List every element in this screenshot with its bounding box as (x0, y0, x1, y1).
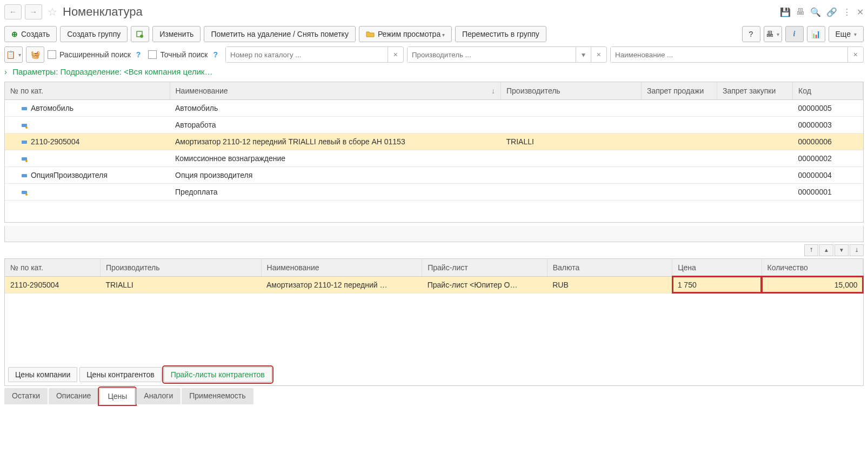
page-title: Номенклатура (63, 5, 777, 19)
price-cell: 1 750 (672, 276, 762, 293)
table-row[interactable]: АвтомобильАвтомобиль00000005 (5, 100, 863, 117)
col-no-purchase[interactable]: Запрет закупки (717, 82, 793, 100)
edit-button[interactable]: Изменить (152, 26, 201, 42)
mark-delete-button[interactable]: Пометить на удаление / Снять пометку (204, 26, 356, 42)
split-expand-down-button[interactable]: ⤓ (850, 244, 864, 256)
create-group-button[interactable]: Создать группу (60, 26, 128, 42)
col-manufacturer[interactable]: Производитель (501, 82, 642, 100)
basket-button[interactable]: 🧺 (26, 46, 44, 63)
svg-rect-8 (22, 174, 27, 177)
dcol-name[interactable]: Наименование (261, 259, 422, 277)
table-row[interactable]: ОпцияПроизводителяОпция производителя000… (5, 167, 863, 184)
name-clear-button[interactable]: × (847, 47, 863, 62)
detail-panel: № по кат. Производитель Наименование Пра… (4, 258, 864, 386)
dcol-cat[interactable]: № по кат. (5, 259, 100, 277)
subtab-company-prices[interactable]: Цены компании (8, 367, 77, 382)
table-row[interactable]: Авторабота00000003 (5, 117, 863, 134)
filter-dropdown-button[interactable]: 📋 (4, 46, 23, 63)
copy-button[interactable] (131, 26, 149, 42)
detail-row[interactable]: 2110-2905004TRIALLIАмортизатор 2110-12 п… (5, 276, 863, 293)
tab-remains[interactable]: Остатки (4, 388, 48, 404)
subtab-counterparty-prices[interactable]: Цены контрагентов (79, 367, 161, 382)
col-name[interactable]: Наименование↓ (170, 82, 501, 100)
item-type-icon (21, 139, 29, 145)
dcol-pricelist[interactable]: Прайс-лист (422, 259, 547, 277)
folder-icon (366, 30, 375, 38)
svg-point-4 (25, 126, 28, 129)
create-label: Создать (21, 30, 50, 38)
split-up-button[interactable]: ▲ (819, 244, 833, 256)
nav-forward-button[interactable]: → (25, 4, 42, 19)
item-type-icon (21, 172, 29, 179)
more-label: Еще (836, 30, 851, 38)
exact-search-label: Точный поиск (160, 50, 208, 59)
item-type-icon (21, 105, 29, 112)
create-button[interactable]: ⊕ Создать (4, 26, 57, 42)
manufacturer-input[interactable] (408, 47, 576, 62)
tab-description[interactable]: Описание (49, 388, 98, 404)
copy-icon (136, 30, 144, 38)
split-expand-up-button[interactable]: ⤒ (804, 244, 818, 256)
svg-point-1 (140, 35, 143, 38)
print-dropdown-button[interactable]: 🖶 (764, 26, 782, 42)
params-text: Параметры: Подразделение: <Вся компания … (12, 67, 212, 76)
svg-rect-2 (22, 107, 27, 110)
link-icon[interactable]: 🔗 (826, 7, 837, 17)
report-icon: 📊 (811, 30, 820, 38)
subtab-counterparty-pricelists[interactable]: Прайс-листы контрагентов (164, 367, 272, 382)
params-line[interactable]: › Параметры: Подразделение: <Вся компани… (4, 67, 864, 76)
view-mode-button[interactable]: Режим просмотра (359, 26, 452, 42)
view-mode-label: Режим просмотра (378, 30, 445, 38)
svg-point-10 (25, 194, 28, 196)
catalog-clear-button[interactable]: × (388, 47, 403, 62)
svg-point-7 (25, 160, 28, 162)
col-catalog[interactable]: № по кат. (5, 82, 170, 100)
save-icon[interactable]: 💾 (780, 7, 791, 17)
dcol-currency[interactable]: Валюта (547, 259, 672, 277)
mark-delete-label: Пометить на удаление / Снять пометку (211, 30, 349, 38)
exact-search-checkbox[interactable] (148, 50, 157, 59)
extended-search-checkbox[interactable] (48, 50, 56, 59)
more-menu-icon[interactable]: ⋮ (843, 7, 851, 17)
col-code[interactable]: Код (793, 82, 863, 100)
plus-icon: ⊕ (11, 30, 18, 38)
params-expand-icon[interactable]: › (4, 67, 7, 76)
dcol-qty[interactable]: Количество (762, 259, 863, 277)
dcol-price[interactable]: Цена (672, 259, 762, 277)
table-row[interactable]: Комиссионное вознаграждение00000002 (5, 150, 863, 167)
move-to-group-button[interactable]: Переместить в группу (455, 26, 546, 42)
item-type-icon (21, 122, 29, 129)
tab-prices[interactable]: Цены (99, 388, 135, 404)
manufacturer-dropdown-button[interactable]: ▾ (576, 47, 591, 62)
more-button[interactable]: Еще (829, 26, 864, 42)
table-footer-gutter (4, 226, 864, 242)
extended-search-label: Расширенный поиск (59, 50, 131, 59)
col-no-sale[interactable]: Запрет продажи (642, 82, 717, 100)
nomenclature-table: № по кат. Наименование↓ Производитель За… (4, 82, 864, 223)
extended-help-icon[interactable]: ? (136, 50, 141, 59)
split-down-button[interactable]: ▼ (834, 244, 849, 256)
sort-icon: ↓ (491, 86, 495, 95)
close-icon[interactable]: ✕ (857, 7, 864, 17)
edit-label: Изменить (159, 30, 193, 38)
tab-applicability[interactable]: Применяемость (182, 388, 253, 404)
table-row[interactable]: Предоплата00000001 (5, 184, 863, 201)
print-icon[interactable]: 🖶 (796, 7, 805, 17)
help-button[interactable]: ? (742, 26, 760, 42)
report-button[interactable]: 📊 (807, 26, 825, 42)
basket-icon: 🧺 (31, 50, 40, 59)
svg-rect-5 (22, 141, 27, 144)
move-to-group-label: Переместить в группу (462, 30, 539, 38)
info-button[interactable]: i (785, 26, 804, 42)
catalog-number-input[interactable] (226, 47, 388, 62)
preview-icon[interactable]: 🔍 (810, 7, 821, 17)
tab-analogs[interactable]: Аналоги (136, 388, 181, 404)
name-input[interactable] (611, 47, 847, 62)
dcol-manufacturer[interactable]: Производитель (100, 259, 261, 277)
exact-help-icon[interactable]: ? (213, 50, 218, 59)
favorite-star-icon[interactable]: ☆ (48, 5, 57, 18)
nav-back-button[interactable]: ← (4, 4, 22, 19)
table-row[interactable]: 2110-2905004Амортизатор 2110-12 передний… (5, 134, 863, 150)
item-type-icon (21, 156, 29, 162)
manufacturer-clear-button[interactable]: × (591, 47, 606, 62)
